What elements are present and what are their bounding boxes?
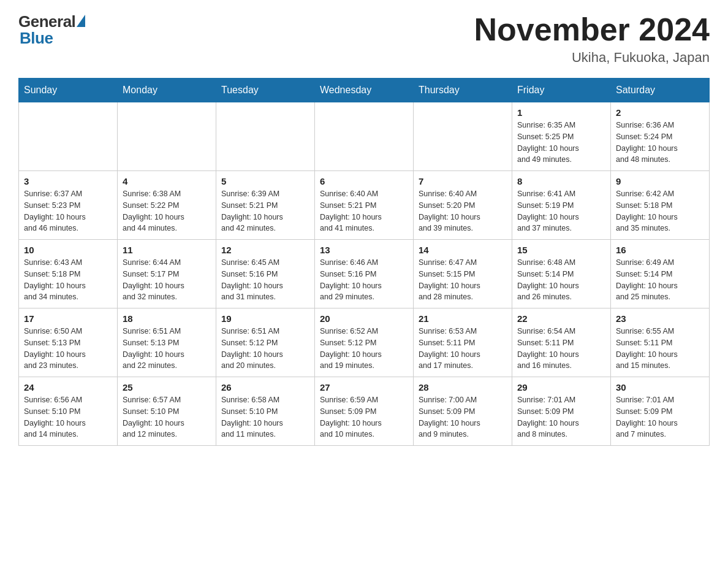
calendar-cell: 14Sunrise: 6:47 AMSunset: 5:15 PMDayligh… <box>414 240 512 308</box>
day-number: 8 <box>517 176 605 186</box>
weekday-header-friday: Friday <box>512 79 611 102</box>
day-info: Sunrise: 6:50 AMSunset: 5:13 PMDaylight:… <box>24 326 112 372</box>
day-number: 4 <box>123 176 211 186</box>
calendar-cell <box>315 102 414 171</box>
month-title: November 2024 <box>474 12 710 47</box>
day-info: Sunrise: 6:46 AMSunset: 5:16 PMDaylight:… <box>320 257 408 303</box>
calendar-cell: 15Sunrise: 6:48 AMSunset: 5:14 PMDayligh… <box>512 240 611 308</box>
day-number: 10 <box>24 245 112 255</box>
week-row-2: 3Sunrise: 6:37 AMSunset: 5:23 PMDaylight… <box>19 171 710 240</box>
day-number: 28 <box>419 382 507 393</box>
day-info: Sunrise: 6:35 AMSunset: 5:25 PMDaylight:… <box>517 120 605 166</box>
day-info: Sunrise: 6:59 AMSunset: 5:09 PMDaylight:… <box>320 394 408 440</box>
day-info: Sunrise: 6:41 AMSunset: 5:19 PMDaylight:… <box>517 188 605 234</box>
day-info: Sunrise: 6:37 AMSunset: 5:23 PMDaylight:… <box>24 188 112 234</box>
day-number: 22 <box>517 313 605 324</box>
calendar-cell: 6Sunrise: 6:40 AMSunset: 5:21 PMDaylight… <box>315 171 414 240</box>
day-number: 18 <box>123 313 211 324</box>
day-number: 15 <box>517 245 605 255</box>
weekday-header-tuesday: Tuesday <box>216 79 315 102</box>
day-number: 19 <box>221 313 309 324</box>
day-info: Sunrise: 6:47 AMSunset: 5:15 PMDaylight:… <box>419 257 507 303</box>
calendar-cell: 20Sunrise: 6:52 AMSunset: 5:12 PMDayligh… <box>315 308 414 377</box>
calendar-cell: 5Sunrise: 6:39 AMSunset: 5:21 PMDaylight… <box>216 171 315 240</box>
week-row-5: 24Sunrise: 6:56 AMSunset: 5:10 PMDayligh… <box>19 377 710 446</box>
calendar-cell: 3Sunrise: 6:37 AMSunset: 5:23 PMDaylight… <box>19 171 118 240</box>
day-number: 14 <box>419 245 507 255</box>
day-number: 25 <box>123 382 211 393</box>
day-number: 23 <box>616 313 704 324</box>
calendar-cell: 27Sunrise: 6:59 AMSunset: 5:09 PMDayligh… <box>315 377 414 446</box>
day-number: 29 <box>517 382 605 393</box>
page-header: General Blue November 2024 Ukiha, Fukuok… <box>18 12 710 66</box>
day-info: Sunrise: 6:52 AMSunset: 5:12 PMDaylight:… <box>320 326 408 372</box>
calendar-cell: 26Sunrise: 6:58 AMSunset: 5:10 PMDayligh… <box>216 377 315 446</box>
calendar-cell: 2Sunrise: 6:36 AMSunset: 5:24 PMDaylight… <box>611 102 710 171</box>
calendar-cell: 1Sunrise: 6:35 AMSunset: 5:25 PMDaylight… <box>512 102 611 171</box>
calendar-cell: 23Sunrise: 6:55 AMSunset: 5:11 PMDayligh… <box>611 308 710 377</box>
day-number: 1 <box>517 107 605 118</box>
day-info: Sunrise: 6:45 AMSunset: 5:16 PMDaylight:… <box>221 257 309 303</box>
day-info: Sunrise: 6:51 AMSunset: 5:13 PMDaylight:… <box>123 326 211 372</box>
day-info: Sunrise: 7:01 AMSunset: 5:09 PMDaylight:… <box>517 394 605 440</box>
day-number: 21 <box>419 313 507 324</box>
title-section: November 2024 Ukiha, Fukuoka, Japan <box>474 12 710 66</box>
day-info: Sunrise: 6:38 AMSunset: 5:22 PMDaylight:… <box>123 188 211 234</box>
day-number: 9 <box>616 176 704 186</box>
calendar-cell <box>216 102 315 171</box>
calendar-cell: 13Sunrise: 6:46 AMSunset: 5:16 PMDayligh… <box>315 240 414 308</box>
calendar-cell: 11Sunrise: 6:44 AMSunset: 5:17 PMDayligh… <box>118 240 216 308</box>
calendar-cell: 21Sunrise: 6:53 AMSunset: 5:11 PMDayligh… <box>414 308 512 377</box>
day-number: 26 <box>221 382 309 393</box>
day-number: 3 <box>24 176 112 186</box>
week-row-3: 10Sunrise: 6:43 AMSunset: 5:18 PMDayligh… <box>19 240 710 308</box>
day-number: 27 <box>320 382 408 393</box>
weekday-header-row: SundayMondayTuesdayWednesdayThursdayFrid… <box>19 79 710 102</box>
weekday-header-sunday: Sunday <box>19 79 118 102</box>
day-info: Sunrise: 6:53 AMSunset: 5:11 PMDaylight:… <box>419 326 507 372</box>
location-text: Ukiha, Fukuoka, Japan <box>474 50 710 66</box>
day-number: 5 <box>221 176 309 186</box>
day-info: Sunrise: 7:01 AMSunset: 5:09 PMDaylight:… <box>616 394 704 440</box>
calendar-cell: 10Sunrise: 6:43 AMSunset: 5:18 PMDayligh… <box>19 240 118 308</box>
weekday-header-monday: Monday <box>118 79 216 102</box>
weekday-header-saturday: Saturday <box>611 79 710 102</box>
week-row-4: 17Sunrise: 6:50 AMSunset: 5:13 PMDayligh… <box>19 308 710 377</box>
day-number: 17 <box>24 313 112 324</box>
day-number: 20 <box>320 313 408 324</box>
weekday-header-thursday: Thursday <box>414 79 512 102</box>
day-info: Sunrise: 6:55 AMSunset: 5:11 PMDaylight:… <box>616 326 704 372</box>
calendar-cell: 25Sunrise: 6:57 AMSunset: 5:10 PMDayligh… <box>118 377 216 446</box>
calendar-cell: 30Sunrise: 7:01 AMSunset: 5:09 PMDayligh… <box>611 377 710 446</box>
day-info: Sunrise: 7:00 AMSunset: 5:09 PMDaylight:… <box>419 394 507 440</box>
day-info: Sunrise: 6:40 AMSunset: 5:21 PMDaylight:… <box>320 188 408 234</box>
day-info: Sunrise: 6:40 AMSunset: 5:20 PMDaylight:… <box>419 188 507 234</box>
day-info: Sunrise: 6:49 AMSunset: 5:14 PMDaylight:… <box>616 257 704 303</box>
day-info: Sunrise: 6:48 AMSunset: 5:14 PMDaylight:… <box>517 257 605 303</box>
day-number: 2 <box>616 107 704 118</box>
logo: General Blue <box>18 12 85 48</box>
calendar-cell <box>118 102 216 171</box>
calendar-cell <box>414 102 512 171</box>
calendar-cell: 12Sunrise: 6:45 AMSunset: 5:16 PMDayligh… <box>216 240 315 308</box>
day-number: 6 <box>320 176 408 186</box>
day-number: 13 <box>320 245 408 255</box>
day-info: Sunrise: 6:56 AMSunset: 5:10 PMDaylight:… <box>24 394 112 440</box>
calendar-cell: 18Sunrise: 6:51 AMSunset: 5:13 PMDayligh… <box>118 308 216 377</box>
day-info: Sunrise: 6:43 AMSunset: 5:18 PMDaylight:… <box>24 257 112 303</box>
day-number: 12 <box>221 245 309 255</box>
calendar-cell: 28Sunrise: 7:00 AMSunset: 5:09 PMDayligh… <box>414 377 512 446</box>
calendar-cell: 8Sunrise: 6:41 AMSunset: 5:19 PMDaylight… <box>512 171 611 240</box>
calendar-table: SundayMondayTuesdayWednesdayThursdayFrid… <box>18 78 710 446</box>
calendar-cell: 9Sunrise: 6:42 AMSunset: 5:18 PMDaylight… <box>611 171 710 240</box>
day-number: 7 <box>419 176 507 186</box>
calendar-cell: 24Sunrise: 6:56 AMSunset: 5:10 PMDayligh… <box>19 377 118 446</box>
calendar-cell: 4Sunrise: 6:38 AMSunset: 5:22 PMDaylight… <box>118 171 216 240</box>
day-info: Sunrise: 6:36 AMSunset: 5:24 PMDaylight:… <box>616 120 704 166</box>
logo-triangle-icon <box>77 15 85 27</box>
calendar-cell: 16Sunrise: 6:49 AMSunset: 5:14 PMDayligh… <box>611 240 710 308</box>
day-number: 16 <box>616 245 704 255</box>
logo-blue-text: Blue <box>18 29 53 48</box>
day-info: Sunrise: 6:57 AMSunset: 5:10 PMDaylight:… <box>123 394 211 440</box>
day-info: Sunrise: 6:42 AMSunset: 5:18 PMDaylight:… <box>616 188 704 234</box>
